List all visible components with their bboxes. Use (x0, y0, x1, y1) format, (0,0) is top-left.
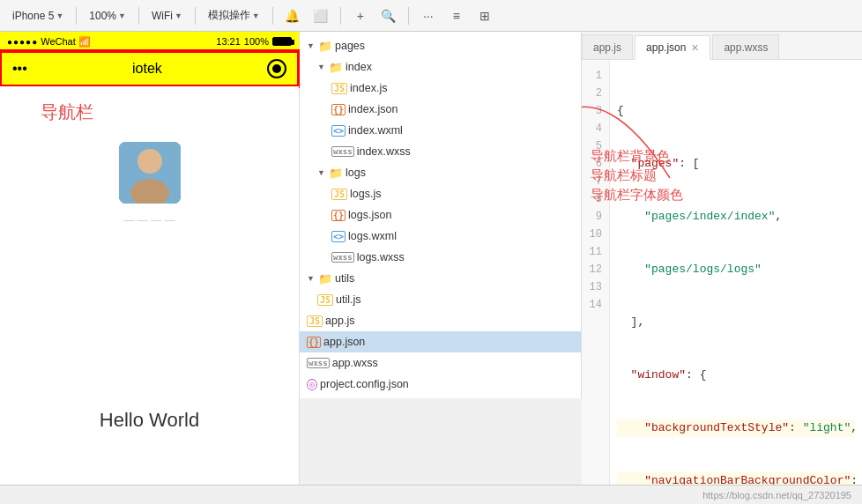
layout-icon[interactable]: ⊞ (472, 4, 497, 28)
nav-label: 导航栏 (41, 100, 93, 124)
zoom-selector[interactable]: 100% ▼ (84, 8, 131, 24)
nav-record-button[interactable] (267, 59, 286, 78)
battery-text: 100% (244, 36, 269, 47)
tree-file-app-json[interactable]: {} app.json (300, 331, 581, 352)
network-selector[interactable]: WiFi ▼ (146, 8, 188, 24)
line-num-1: 1 (585, 67, 602, 85)
chevron-pages: ▼ (307, 41, 316, 50)
code-line-3: "pages/index/index", (617, 208, 855, 226)
signal-dots: ●●●●● (7, 37, 38, 47)
util-js-label: util.js (336, 293, 360, 306)
divider-1 (76, 7, 77, 25)
more-options-icon[interactable]: ··· (416, 4, 441, 28)
tree-file-logs-wxml[interactable]: <> logs.wxml (300, 226, 581, 247)
tree-file-index-json[interactable]: {} index.json (300, 99, 581, 120)
line-num-11: 11 (585, 243, 602, 261)
status-right: 13:21 100% (216, 36, 292, 47)
tab-app-json[interactable]: app.json ✕ (635, 35, 710, 60)
tree-file-logs-json[interactable]: {} logs.json (300, 204, 581, 226)
tab-app-json-label: app.json (646, 41, 686, 54)
tree-folder-utils[interactable]: ▼ 📁 utils (300, 268, 581, 289)
code-line-6: "window": { (617, 367, 855, 384)
line-num-4: 4 (585, 120, 602, 137)
editor-tabs: app.js app.json ✕ app.wxss (582, 32, 862, 60)
device-chevron: ▼ (56, 11, 63, 20)
file-section: ▼ 📁 pages ▼ 📁 index JS index.js {} index… (300, 32, 582, 485)
list-view-icon[interactable]: ≡ (444, 4, 469, 28)
line-num-8: 8 (585, 190, 602, 208)
tab-app-js[interactable]: app.js (582, 34, 633, 59)
phone-panel: ●●●●● WeChat 📶 13:21 100% ••• iotek 导航栏 (0, 32, 300, 485)
line-num-3: 3 (585, 102, 602, 120)
file-panel: ▼ 📁 pages ▼ 📁 index JS index.js {} index… (300, 32, 582, 398)
tree-file-index-js[interactable]: JS index.js (300, 78, 581, 99)
tree-file-app-wxss[interactable]: wxss app.wxss (300, 352, 581, 374)
code-line-7: "backgroundTextStyle": "light", (617, 419, 855, 437)
device-selector[interactable]: iPhone 5 ▼ (7, 8, 69, 24)
zoom-label: 100% (89, 10, 116, 22)
divider-2 (138, 7, 139, 25)
avatar (119, 142, 181, 204)
tree-file-util-js[interactable]: JS util.js (300, 289, 581, 310)
logs-wxml-label: logs.wxml (348, 230, 397, 242)
tree-file-logs-js[interactable]: JS logs.js (300, 183, 581, 204)
chevron-index: ▼ (317, 63, 326, 71)
device-label: iPhone 5 (12, 10, 54, 22)
footer: https://blog.csdn.net/qq_27320195 (0, 485, 862, 504)
tree-folder-logs[interactable]: ▼ 📁 logs (300, 162, 581, 183)
json-icon-app: {} (307, 337, 321, 348)
footer-url: https://blog.csdn.net/qq_27320195 (702, 490, 851, 500)
nav-dots-text: ••• (12, 61, 27, 77)
tab-app-wxss[interactable]: app.wxss (712, 34, 779, 59)
logs-label: logs (346, 167, 366, 179)
zoom-chevron: ▼ (118, 11, 126, 20)
app-wxss-label: app.wxss (332, 357, 378, 369)
tab-app-wxss-label: app.wxss (724, 41, 768, 54)
nav-title: iotek (132, 61, 162, 77)
line-num-9: 9 (585, 208, 602, 226)
simulate-label: 模拟操作 (208, 8, 250, 23)
json-icon-logs: {} (331, 210, 346, 221)
pages-label: pages (335, 40, 365, 52)
tab-close-app-json[interactable]: ✕ (691, 42, 699, 54)
line-numbers: 1 2 3 4 5 6 7 8 9 10 11 12 13 14 (582, 60, 610, 485)
wxss-icon-app: wxss (307, 358, 330, 368)
index-label: index (346, 61, 372, 73)
tree-file-project-config[interactable]: ⊙ project.config.json (300, 374, 581, 395)
project-config-label: project.config.json (320, 378, 409, 390)
tree-folder-index[interactable]: ▼ 📁 index (300, 56, 581, 78)
utils-label: utils (335, 272, 354, 285)
wxss-icon: wxss (331, 146, 354, 157)
logs-json-label: logs.json (348, 209, 391, 221)
volume-icon[interactable]: 🔔 (280, 4, 305, 28)
code-line-4: "pages/logs/logs" (617, 261, 855, 278)
main-area: ●●●●● WeChat 📶 13:21 100% ••• iotek 导航栏 (0, 32, 862, 485)
folder-icon-index: 📁 (329, 61, 343, 74)
divider-6 (408, 7, 409, 25)
tree-file-logs-wxss[interactable]: wxss logs.wxss (300, 247, 581, 268)
screen-icon[interactable]: ⬜ (308, 4, 333, 28)
add-button[interactable]: + (348, 4, 373, 28)
logs-js-label: logs.js (350, 188, 381, 200)
tree-file-app-js[interactable]: JS app.js (300, 310, 581, 331)
hello-text: Hello World (100, 409, 199, 432)
code-area[interactable]: { "pages": [ "pages/index/index", "pages… (610, 60, 862, 485)
line-num-6: 6 (585, 155, 602, 173)
tree-folder-pages[interactable]: ▼ 📁 pages (300, 35, 581, 56)
avatar-svg (119, 142, 181, 204)
simulate-selector[interactable]: 模拟操作 ▼ (203, 6, 265, 25)
editor-annotation-section: 导航栏背景色 导航栏标题 导航栏字体颜色 app.js app.json ✕ a… (582, 32, 862, 485)
line-num-10: 10 (585, 226, 602, 243)
tab-app-js-label: app.js (593, 41, 621, 54)
tree-file-index-wxml[interactable]: <> index.wxml (300, 120, 581, 141)
tree-file-index-wxss[interactable]: wxss index.wxss (300, 141, 581, 162)
simulate-chevron: ▼ (252, 11, 260, 20)
wxss-icon-logs: wxss (331, 252, 354, 263)
folder-icon-logs: 📁 (329, 167, 343, 180)
battery-icon (272, 37, 292, 46)
phone-nav-bar: ••• iotek (0, 51, 299, 86)
divider-4 (272, 7, 273, 25)
line-num-13: 13 (585, 278, 602, 296)
chevron-utils: ▼ (307, 274, 316, 283)
search-icon[interactable]: 🔍 (376, 4, 401, 28)
